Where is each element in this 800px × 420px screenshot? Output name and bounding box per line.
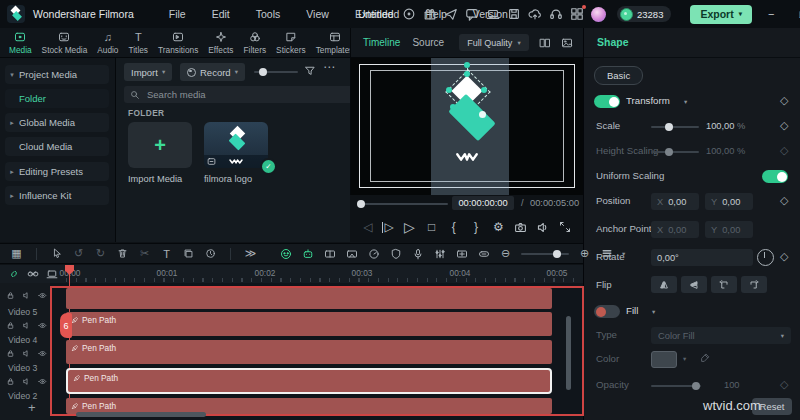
- duplicate-icon[interactable]: [182, 247, 195, 260]
- flip-vertical-button[interactable]: [681, 276, 707, 293]
- rotate-dial-icon[interactable]: [757, 249, 774, 266]
- resize-handle-top[interactable]: [464, 71, 470, 77]
- ai-face-icon[interactable]: [279, 247, 292, 260]
- audio-mixer-icon[interactable]: [433, 247, 446, 260]
- rotate-cw-button[interactable]: [741, 276, 767, 293]
- eye-visibility-icon[interactable]: [38, 291, 47, 300]
- position-x-field[interactable]: X0,00: [651, 193, 699, 210]
- keyframe-icon[interactable]: ◇: [780, 194, 788, 207]
- lock-icon[interactable]: [6, 377, 15, 386]
- zoom-out-icon[interactable]: ⊖: [499, 247, 512, 260]
- keyframe-icon[interactable]: ◇: [780, 250, 788, 263]
- search-input[interactable]: [145, 88, 319, 101]
- menu-view[interactable]: View: [293, 0, 342, 28]
- tab-effects[interactable]: Effects: [203, 28, 238, 58]
- more-options-icon[interactable]: ⋯: [323, 60, 335, 74]
- render-preview-icon[interactable]: [455, 247, 468, 260]
- timeline-zoom-slider[interactable]: [521, 253, 569, 255]
- motion-shield-icon[interactable]: [389, 247, 402, 260]
- uniform-scaling-toggle[interactable]: [762, 170, 788, 183]
- coin-balance[interactable]: 23283: [617, 6, 671, 22]
- gift-icon[interactable]: [423, 7, 437, 21]
- delete-icon[interactable]: [116, 247, 129, 260]
- tab-source[interactable]: Source: [412, 37, 444, 48]
- save-icon[interactable]: [507, 7, 521, 21]
- preview-canvas[interactable]: [350, 58, 583, 195]
- ai-bot-icon[interactable]: [301, 247, 314, 260]
- lock-icon[interactable]: [6, 291, 15, 300]
- keyframe-icon[interactable]: ◇: [780, 94, 788, 107]
- mute-speaker-icon[interactable]: [22, 377, 31, 386]
- sidebar-item-influence-kit[interactable]: ▸Influence Kit: [5, 186, 109, 205]
- redo-icon[interactable]: ↻: [94, 247, 107, 260]
- tab-audio[interactable]: ♫Audio: [92, 28, 123, 58]
- split-screen-icon[interactable]: [323, 247, 336, 260]
- feedback-icon[interactable]: [465, 7, 479, 21]
- mark-in-button[interactable]: {: [446, 219, 462, 235]
- timeline-ruler[interactable]: 00:00 00:01 00:02 00:03 00:04 00:05: [0, 265, 583, 283]
- lock-icon[interactable]: [6, 349, 15, 358]
- sidebar-item-project-media[interactable]: ▾Project Media: [5, 65, 109, 84]
- cloud-upload-icon[interactable]: [528, 7, 542, 21]
- ripple-link-icon[interactable]: [8, 268, 20, 280]
- thumbnail-size-slider[interactable]: [254, 71, 298, 73]
- scale-slider[interactable]: [651, 126, 699, 128]
- sidebar-item-global-media[interactable]: ▸Global Media: [5, 113, 109, 132]
- text-tool-icon[interactable]: T: [160, 247, 173, 260]
- split-scissors-icon[interactable]: ✂: [138, 247, 151, 260]
- search-bar[interactable]: [124, 86, 355, 103]
- compare-view-icon[interactable]: [539, 37, 551, 49]
- import-button[interactable]: Import▾: [124, 63, 172, 81]
- mark-out-button[interactable]: }: [468, 219, 484, 235]
- flip-horizontal-button[interactable]: [651, 276, 677, 293]
- volume-icon[interactable]: [535, 219, 551, 235]
- minimize-button[interactable]: −: [759, 0, 783, 28]
- playback-settings-icon[interactable]: ⚙: [490, 219, 506, 235]
- scene-detect-icon[interactable]: [345, 247, 358, 260]
- record-button[interactable]: Record▾: [180, 63, 245, 81]
- speed-ramp-icon[interactable]: [367, 247, 380, 260]
- speed-clock-icon[interactable]: [204, 247, 217, 260]
- play-button[interactable]: ▷: [401, 219, 417, 235]
- next-frame-button[interactable]: ▷: [382, 222, 395, 233]
- mute-speaker-icon[interactable]: [22, 291, 31, 300]
- sidebar-item-editing-presets[interactable]: ▸Editing Presets: [5, 162, 109, 181]
- filmora-logo-media-tile[interactable]: [204, 122, 268, 168]
- eye-visibility-icon[interactable]: [38, 377, 47, 386]
- transform-toggle[interactable]: [594, 95, 620, 108]
- layout-grid-icon[interactable]: [570, 7, 584, 21]
- stop-button[interactable]: □: [424, 219, 440, 235]
- tab-stickers[interactable]: Stickers: [271, 28, 311, 58]
- timeline-clip[interactable]: Pen Path: [66, 340, 552, 364]
- rotate-field[interactable]: 0,00°: [651, 249, 753, 266]
- user-avatar[interactable]: [591, 7, 606, 22]
- sidebar-item-cloud-media[interactable]: Cloud Media: [5, 137, 109, 156]
- export-button[interactable]: Export▾: [690, 5, 752, 24]
- support-headset-icon[interactable]: [549, 7, 563, 21]
- select-tool-icon[interactable]: [50, 247, 63, 260]
- undo-icon[interactable]: ↺: [72, 247, 85, 260]
- snap-link-icon[interactable]: [27, 268, 39, 280]
- lock-icon[interactable]: [6, 321, 15, 330]
- more-tools-icon[interactable]: ≫: [244, 247, 257, 260]
- horizontal-scrollbar[interactable]: [76, 412, 206, 417]
- resize-handle-left[interactable]: [446, 87, 452, 93]
- timeline-clip-selected[interactable]: Pen Path: [66, 368, 552, 394]
- keyframe-icon[interactable]: ◇: [780, 119, 788, 132]
- timeline-clip[interactable]: [66, 288, 552, 309]
- tab-filters[interactable]: Filters: [239, 28, 272, 58]
- marker-icon[interactable]: [477, 247, 490, 260]
- tab-timeline[interactable]: Timeline: [363, 37, 400, 48]
- tab-transitions[interactable]: Transitions: [153, 28, 203, 58]
- tab-titles[interactable]: TTitles: [124, 28, 154, 58]
- snapshot-camera-icon[interactable]: [513, 219, 529, 235]
- sidebar-item-folder[interactable]: Folder: [5, 89, 109, 108]
- rotate-ccw-button[interactable]: [711, 276, 737, 293]
- current-timecode[interactable]: 00:00:00:00: [452, 196, 514, 210]
- eye-visibility-icon[interactable]: [38, 349, 47, 358]
- tab-media[interactable]: Media: [4, 28, 37, 58]
- seek-slider[interactable]: [360, 203, 448, 205]
- resize-handle-right[interactable]: [481, 87, 487, 93]
- mute-speaker-icon[interactable]: [22, 349, 31, 358]
- fill-toggle[interactable]: [594, 305, 620, 318]
